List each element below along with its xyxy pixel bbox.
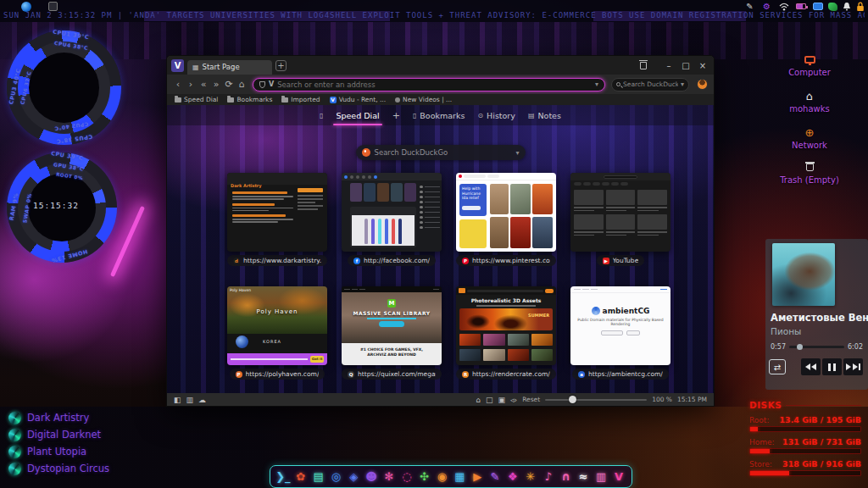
molecule-icon[interactable]: ✻: [381, 467, 398, 487]
desktop-icon-home[interactable]: ⌂ mohawks: [769, 87, 850, 114]
back-button[interactable]: ‹: [173, 79, 183, 90]
profile-avatar[interactable]: [697, 79, 708, 90]
speed-dial-ambientcg[interactable]: ambientCG Public Domain materials for Ph…: [570, 286, 670, 380]
total-time: 6:02: [848, 343, 863, 351]
desktop-icon-network[interactable]: ⊕ Network: [769, 124, 850, 150]
waveform-icon[interactable]: ≈: [575, 467, 592, 487]
images-toggle-icon[interactable]: ▣: [498, 396, 506, 404]
tab-notes[interactable]: ▤Notes: [528, 111, 561, 120]
home-button[interactable]: ⌂: [236, 79, 247, 90]
playlist-item[interactable]: Dark Artistry: [8, 409, 109, 426]
address-dropdown-icon[interactable]: ▾: [595, 80, 598, 88]
fast-forward-button[interactable]: »: [211, 79, 221, 90]
wifi-icon[interactable]: [778, 1, 789, 12]
bookmark-new-videos[interactable]: New Videos | ...: [395, 96, 452, 103]
bookmark-manager-icon[interactable]: ▯: [320, 112, 323, 119]
add-speed-dial-tab-button[interactable]: +: [392, 110, 400, 121]
dial-search-field[interactable]: Search DuckDuckGo ▾: [356, 145, 526, 160]
page-actions-sound-icon[interactable]: ◃›: [510, 396, 517, 404]
piano-icon[interactable]: ▥: [593, 467, 609, 487]
playlist-item[interactable]: Plant Utopia: [8, 443, 109, 460]
address-input[interactable]: Search or enter an address: [277, 80, 592, 89]
text-editor-icon[interactable]: ▤: [310, 467, 327, 487]
display-settings-icon[interactable]: [812, 1, 823, 12]
tab-speed-dial[interactable]: Speed Dial: [336, 111, 379, 120]
pen-design-icon[interactable]: ✎: [487, 467, 504, 487]
new-tab-button[interactable]: +: [275, 60, 287, 71]
seek-bar[interactable]: [789, 346, 844, 348]
stylus-icon[interactable]: ✎: [744, 1, 755, 12]
capture-page-icon[interactable]: ⌂: [476, 396, 481, 404]
desktop-icon-computer[interactable]: Computer: [769, 51, 850, 77]
search-field[interactable]: Search DuckDuckGo ▾: [611, 78, 689, 92]
bug-tool-icon[interactable]: ✣: [416, 467, 433, 487]
headphones-icon[interactable]: ∩: [558, 467, 575, 487]
speed-dial-pinterest[interactable]: Help with Hurricane Ida relief P https:/…: [456, 173, 556, 266]
bookmark-folder-bookmarks[interactable]: Bookmarks: [227, 96, 272, 103]
battery-icon[interactable]: [795, 1, 806, 12]
shield-icon[interactable]: [259, 81, 265, 88]
speed-dial-rendercrate[interactable]: Photorealistic 3D Assets SUMMER: [456, 286, 556, 380]
dial-search-dropdown-icon[interactable]: ▾: [515, 149, 519, 157]
bookmark-folder-imported[interactable]: Imported: [281, 96, 320, 103]
bookmark-folder-speed-dial[interactable]: Speed Dial: [175, 96, 218, 103]
close-button[interactable]: ×: [696, 61, 709, 70]
vivaldi-menu-icon[interactable]: V: [171, 59, 184, 72]
minimize-button[interactable]: –: [662, 61, 676, 70]
notifications-bell-icon[interactable]: [841, 1, 852, 12]
news-ticker: SUN JAN 2 3:15:32 PM | 'ANDA' TARGETS UN…: [3, 11, 865, 21]
forward-button[interactable]: ›: [186, 79, 196, 90]
zoom-reset-label[interactable]: Reset: [522, 396, 540, 403]
speed-dial-facebook[interactable]: f http://facebook.com/: [342, 173, 442, 266]
bookmark-vudu[interactable]: VVudu - Rent, ...: [330, 96, 386, 103]
speed-dial-polyhaven[interactable]: Poly Haven Poly Haven KOREA Got it P htt…: [227, 286, 327, 380]
panel-toggle-icon[interactable]: ◧: [174, 396, 181, 404]
pause-button[interactable]: [822, 358, 842, 375]
lock-icon[interactable]: [854, 1, 865, 12]
speed-dial-darkartistry[interactable]: Dark Artistry d https://www.darkartistry…: [227, 173, 327, 266]
seek-knob[interactable]: [797, 344, 803, 350]
desktop-icon-trash[interactable]: Trash (Empty): [769, 158, 850, 185]
browser-icon[interactable]: ◎: [328, 467, 345, 487]
tab-bookmarks[interactable]: ▯Bookmarks: [413, 111, 465, 120]
previous-button[interactable]: [801, 358, 821, 375]
password-vault-icon[interactable]: ◈: [345, 467, 362, 487]
music-app-icon[interactable]: ◉: [434, 467, 451, 487]
graphics-icon[interactable]: ✿: [292, 467, 309, 487]
dart-icon[interactable]: ▶: [469, 467, 486, 487]
vivaldi-icon[interactable]: V: [610, 467, 627, 487]
rewind-button[interactable]: «: [198, 79, 209, 90]
zoom-slider-knob[interactable]: [569, 396, 576, 403]
browser-tab[interactable]: ▦ Start Page: [187, 60, 272, 75]
snapshot-icon[interactable]: □: [486, 396, 493, 404]
cube-3d-icon[interactable]: ▦: [451, 467, 468, 487]
closed-tabs-trash-icon[interactable]: [640, 62, 647, 69]
speed-dial-youtube[interactable]: ▶ YouTube: [570, 173, 670, 266]
browser-statusbar: ◧ ▥ ☁ ⌂ □ ▣ ◃› Reset 100 % 15:15 PM: [167, 393, 714, 406]
system-leaf-icon[interactable]: [827, 1, 838, 12]
speed-dial-quixel[interactable]: M MASSIVE SCAN LIBRARY #1 CHOICE FOR GAM…: [342, 286, 442, 380]
cookie-accept-button[interactable]: Got it: [310, 356, 324, 363]
sync-cloud-icon[interactable]: ☁: [198, 396, 206, 404]
zoom-slider[interactable]: [545, 399, 647, 401]
dial-caption: d https://www.darkartistry.com/: [227, 255, 327, 266]
polyhaven-thumbnail: Poly Haven Poly Haven KOREA Got it: [227, 286, 327, 365]
tiling-icon[interactable]: ▥: [186, 396, 194, 404]
shuffle-button[interactable]: ⇄: [769, 359, 786, 374]
contacts-icon[interactable]: ☻: [363, 467, 380, 487]
next-button[interactable]: [843, 358, 863, 375]
mic-icon[interactable]: ♪: [540, 467, 557, 487]
wheel-icon[interactable]: ✳: [522, 467, 539, 487]
bird-icon[interactable]: ❖: [504, 467, 521, 487]
playlist-item[interactable]: Dystopian Circus: [8, 460, 109, 477]
track-title: Аметистовые Вены: [771, 312, 863, 324]
search-engine-dropdown-icon[interactable]: ▾: [681, 80, 684, 88]
reload-button[interactable]: ⟳: [224, 79, 234, 90]
playlist-item[interactable]: Digital Darknet: [8, 426, 109, 443]
terminal-icon[interactable]: ❯_: [275, 467, 292, 487]
gear-icon[interactable]: ⚙: [761, 1, 772, 12]
tab-history[interactable]: ⊙History: [477, 111, 515, 120]
maximize-button[interactable]: □: [679, 61, 693, 70]
address-bar[interactable]: V Search or enter an address ▾: [253, 78, 605, 92]
search-tool-icon[interactable]: ◌: [398, 467, 415, 487]
